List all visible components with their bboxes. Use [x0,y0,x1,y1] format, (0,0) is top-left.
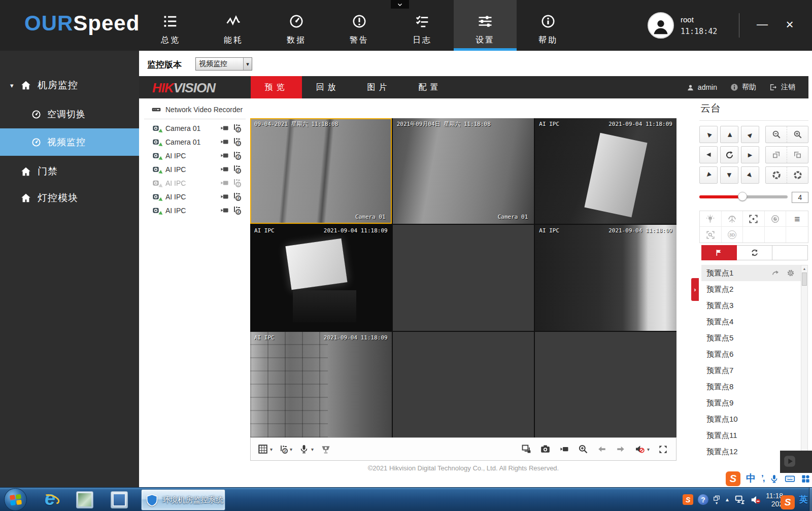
video-tile-9-empty[interactable] [535,332,676,437]
preset-scrollbar[interactable]: ▲ [801,265,808,461]
preset-item-5[interactable]: 预置点5 [701,330,801,346]
tab-picture[interactable]: 图片 [353,76,404,98]
3d-position-button[interactable]: 3D [722,227,743,243]
play-icon[interactable] [783,455,796,468]
camera-node[interactable]: AI IPC 2 [139,162,250,176]
avatar[interactable] [648,12,674,39]
camera-node[interactable]: Camera 01 2 [139,135,250,149]
video-tile-5-empty[interactable] [393,225,534,330]
voice-input-icon[interactable] [769,474,779,484]
call-preset-icon[interactable] [771,269,780,277]
video-tile-8-empty[interactable] [393,332,534,437]
ime-toolbox-icon[interactable] [801,474,810,484]
preset-item-11[interactable]: 预置点11 [701,427,801,444]
video-tile-4[interactable]: AI IPC 2021-09-04 11:18:09 [250,225,392,330]
sidebar-item-door[interactable]: 门禁 [0,161,139,182]
sidebar-item-video-monitor[interactable]: 视频监控 [0,128,139,156]
preset-item-3[interactable]: 预置点3 [701,297,801,314]
preset-item-6[interactable]: 预置点6 [701,346,801,362]
fisheye-button[interactable] [320,444,331,454]
camcorder-icon[interactable] [220,165,229,174]
stream-icon[interactable]: 2 [232,138,241,146]
stop-all-button[interactable] [521,444,531,454]
ptz-up-left-button[interactable]: ▶ [699,126,718,143]
sidebar-item-room-monitor[interactable]: ▾ 机房监控 [0,75,139,95]
taskbar-app-icon[interactable] [76,491,93,508]
lens-init-button[interactable] [765,211,787,227]
ptz-auto-scan-button[interactable] [720,146,738,163]
ime-sogou-badge[interactable]: S [781,495,795,509]
nav-item-data[interactable]: 数据 [265,0,328,51]
tab-playback[interactable]: 回放 [302,76,353,98]
internet-explorer-icon[interactable]: e [43,491,61,509]
blank-tab[interactable] [772,245,808,260]
video-tile-3[interactable]: AI IPC 2021-09-04 11:18:09 [535,118,676,224]
preset-item-1[interactable]: 预置点1 [701,265,801,281]
camera-node-offline[interactable]: AI IPC 2 [139,176,250,190]
slider-handle[interactable] [738,192,747,201]
record-button[interactable] [559,445,569,454]
scrollbar-thumb[interactable] [802,272,807,286]
show-desktop-button[interactable] [809,488,812,511]
wiper-button[interactable] [722,211,743,227]
camcorder-icon[interactable] [220,192,229,201]
stream-icon[interactable]: 2 [232,192,241,201]
stream-icon[interactable]: 2 [232,206,241,215]
focus-far-button[interactable] [766,147,787,163]
taskbar-app-icon[interactable] [111,491,128,508]
panel-collapse-handle[interactable]: › [691,278,699,301]
zoom-in-button[interactable] [787,126,808,143]
snapshot-button[interactable] [540,444,551,454]
nvr-root-node[interactable]: Network Video Recorder [151,105,243,115]
window-restore-tray-icon[interactable]: ▾ [713,495,720,504]
layout-grid-button[interactable]: ▾ [258,444,273,454]
scroll-up-icon[interactable]: ▲ [801,265,807,272]
video-tile-1[interactable]: 09-04-2021 星期六 11:18:08 Camera 01 [250,118,392,224]
stream-icon[interactable]: 2 [232,124,241,132]
nav-item-log[interactable]: 日志 [391,0,454,51]
tab-config[interactable]: 配置 [404,76,456,98]
area-zoom-button[interactable] [700,227,722,243]
ptz-down-left-button[interactable]: ▶ [699,166,718,184]
ptz-up-right-button[interactable]: ▶ [741,126,759,143]
camera-node[interactable]: AI IPC 2 [139,190,250,203]
stream-icon[interactable]: 2 [232,165,241,174]
sogou-logo[interactable]: S [726,471,740,486]
audio-mute-button[interactable]: ▾ [634,444,650,454]
video-tile-6[interactable]: AI IPC 2021-09-04 11:18:09 [535,225,676,330]
start-button[interactable] [4,488,27,511]
volume-muted-tray-icon[interactable] [750,494,761,505]
nav-item-alert[interactable]: 警告 [328,0,391,51]
ptz-down-button[interactable]: ▶ [720,166,738,184]
ptz-up-button[interactable]: ▶ [720,126,738,143]
preset-item-2[interactable]: 预置点2 [701,281,801,297]
camcorder-icon[interactable] [220,138,229,146]
camcorder-icon[interactable] [220,179,229,187]
sidebar-item-light-module[interactable]: 灯控模块 [0,188,139,208]
zoom-out-button[interactable] [766,126,787,143]
soft-keyboard-icon[interactable] [785,473,795,484]
menu-button[interactable]: ≡ [786,211,808,227]
hik-admin[interactable]: admin [687,83,717,91]
show-hidden-icons-button[interactable]: ▲ [725,497,730,502]
stream-icon[interactable]: 2 [232,151,241,160]
ime-language-indicator[interactable]: 英 [799,494,808,505]
video-tile-7[interactable]: AI IPC 2021-09-04 11:18:09 [250,332,392,437]
camcorder-icon[interactable] [220,206,229,215]
ptz-right-button[interactable]: ▶ [741,146,759,163]
monitor-version-dropdown[interactable]: 视频监控 ▾ [195,57,252,71]
iris-open-button[interactable] [787,167,808,183]
stream-type-button[interactable]: 2 ▾ [279,445,292,454]
nav-item-overview[interactable]: 总览 [139,0,202,51]
nav-item-help[interactable]: 帮助 [517,0,580,51]
auxiliary-focus-button[interactable] [743,211,765,227]
camera-node[interactable]: Camera 01 2 [139,121,250,135]
light-button[interactable] [700,211,722,227]
preset-item-8[interactable]: 预置点8 [701,379,801,395]
camera-node[interactable]: AI IPC 2 [139,149,250,162]
camcorder-icon[interactable] [220,151,229,160]
previous-page-button[interactable] [597,445,607,454]
preset-item-4[interactable]: 预置点4 [701,314,801,330]
sidebar-item-ac-switch[interactable]: 空调切换 [0,106,139,123]
focus-near-button[interactable] [787,147,808,163]
